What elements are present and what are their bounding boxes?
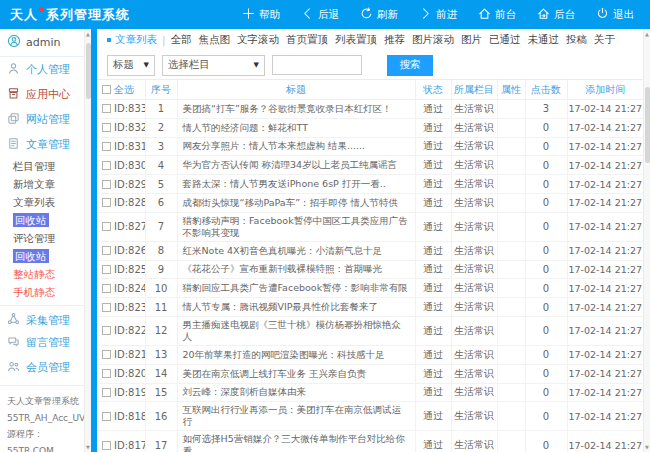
- row-checkbox[interactable]: [102, 265, 111, 274]
- main-scrollbar[interactable]: ▲ ▼: [643, 29, 650, 452]
- row-checkbox[interactable]: [102, 142, 111, 151]
- scroll-down-icon[interactable]: ▼: [644, 443, 650, 451]
- sidebar-item[interactable]: 整站静态: [0, 265, 84, 283]
- cell-title[interactable]: 刘云峰：深度剖析自媒体由来: [177, 383, 415, 402]
- table-row[interactable]: ID:81717如何选择H5营销媒介？三大微传单制作平台对比给你看通过生活常识0…: [97, 431, 643, 452]
- cell-title[interactable]: 20年前苹果打造的网吧渲染图曝光：科技感十足: [177, 345, 415, 364]
- table-row[interactable]: ID:8322情人节的经济问题：鲜花和TT通过生活常识017-02-14 21:…: [97, 118, 643, 137]
- sidebar-item[interactable]: 留言管理: [0, 330, 84, 355]
- topbar-button-5[interactable]: 前台: [478, 7, 516, 22]
- row-checkbox[interactable]: [102, 198, 111, 207]
- sidebar-item[interactable]: 回收站: [0, 211, 84, 229]
- scroll-up-icon[interactable]: ▲: [85, 30, 91, 38]
- sidebar-item[interactable]: 手机静态: [0, 283, 84, 301]
- topbar-button-7[interactable]: 退出: [596, 7, 634, 22]
- scroll-down-icon[interactable]: ▼: [85, 443, 91, 451]
- cell-title[interactable]: 美团搞“打车”服务？谷歌街景竟收录日本红灯区！: [177, 100, 415, 119]
- tab-article-list-current[interactable]: 文章列表: [115, 33, 157, 47]
- topbar-button-3[interactable]: 刷新: [360, 7, 398, 22]
- cell-title[interactable]: 情人节的经济问题：鲜花和TT: [177, 118, 415, 137]
- cell-title[interactable]: 红米Note 4X初音色真机曝光：小清新气息十足: [177, 241, 415, 260]
- cell-title[interactable]: 网友分享照片：情人节本来想虚构 结果......: [177, 137, 415, 156]
- tab-link[interactable]: 未通过: [528, 33, 560, 45]
- row-checkbox[interactable]: [102, 388, 111, 397]
- sidebar-scrollbar-thumb[interactable]: [86, 43, 91, 99]
- tab-link[interactable]: 图片滚动: [412, 33, 454, 45]
- table-row[interactable]: ID:82212男主播痴迷电视剧《三世十桃》模仿杨幂扮相惊艳众人通过生活常识01…: [97, 316, 643, 345]
- sidebar-item[interactable]: 回收站: [0, 247, 84, 265]
- cell-title[interactable]: 华为官方否认传闻 称清理34岁以上老员工纯属谣言: [177, 156, 415, 175]
- sidebar-item[interactable]: 应用中心: [0, 82, 84, 107]
- row-checkbox[interactable]: [102, 104, 111, 113]
- table-row[interactable]: ID:8313网友分享照片：情人节本来想虚构 结果......通过生活常识017…: [97, 137, 643, 156]
- topbar-button-1[interactable]: 帮助: [242, 7, 280, 22]
- row-checkbox[interactable]: [102, 326, 111, 335]
- main-scrollbar-thumb[interactable]: [645, 87, 650, 163]
- cell-title[interactable]: 猎豹回应工具类广告遭Facebook暂停：影响非常有限: [177, 279, 415, 298]
- table-row[interactable]: ID:82014美团在南京低调上线打车业务 王兴亲自负责通过生活常识017-02…: [97, 364, 643, 383]
- row-checkbox[interactable]: [102, 284, 111, 293]
- sidebar-item[interactable]: 文章列表: [0, 193, 84, 211]
- topbar-button-6[interactable]: 后台: [537, 7, 575, 22]
- table-row[interactable]: ID:8268红米Note 4X初音色真机曝光：小清新气息十足通过生活常识017…: [97, 241, 643, 260]
- row-checkbox[interactable]: [102, 412, 111, 421]
- topbar-button-2[interactable]: 后退: [301, 7, 339, 22]
- table-row[interactable]: ID:8295套路太深：情人节男友送iPhone 6sP 打开一看..通过生活常…: [97, 175, 643, 194]
- tab-link[interactable]: 全部: [171, 33, 192, 45]
- table-row[interactable]: ID:81816互联网出行行业再添一员：美团打车在南京低调试运行通过生活常识01…: [97, 402, 643, 431]
- cell-title[interactable]: 男主播痴迷电视剧《三世十桃》模仿杨幂扮相惊艳众人: [177, 316, 415, 345]
- table-row[interactable]: ID:8331美团搞“打车”服务？谷歌街景竟收录日本红灯区！通过生活常识317-…: [97, 100, 643, 119]
- row-checkbox[interactable]: [102, 123, 111, 132]
- tab-link[interactable]: 焦点图: [199, 33, 231, 45]
- table-row[interactable]: ID:8259《花花公子》宣布重新刊载裸模特照：首期曝光通过生活常识017-02…: [97, 260, 643, 279]
- topbar-button-4[interactable]: 前进: [419, 7, 457, 22]
- search-button[interactable]: 搜索: [387, 55, 433, 76]
- field-filter-select[interactable]: 标题 ▼: [107, 55, 155, 76]
- sidebar-item[interactable]: 会员管理: [0, 355, 84, 380]
- table-row[interactable]: ID:8277猎豹移动声明：Facebook暂停中国区工具类应用广告不影响其变现…: [97, 212, 643, 241]
- table-row[interactable]: ID:82410猎豹回应工具类广告遭Facebook暂停：影响非常有限通过生活常…: [97, 279, 643, 298]
- row-checkbox[interactable]: [102, 222, 111, 231]
- tab-link[interactable]: 图片: [461, 33, 482, 45]
- cell-title[interactable]: 《花花公子》宣布重新刊载裸模特照：首期曝光: [177, 260, 415, 279]
- sidebar-item[interactable]: 网站管理: [0, 107, 84, 132]
- cell-title[interactable]: 如何选择H5营销媒介？三大微传单制作平台对比给你看: [177, 431, 415, 452]
- row-checkbox[interactable]: [102, 161, 111, 170]
- row-checkbox[interactable]: [102, 369, 111, 378]
- cell-title[interactable]: 互联网出行行业再添一员：美团打车在南京低调试运行: [177, 402, 415, 431]
- user-info[interactable]: admin: [0, 29, 84, 57]
- tab-link[interactable]: 推荐: [384, 33, 405, 45]
- table-row[interactable]: ID:81915刘云峰：深度剖析自媒体由来通过生活常识017-02-14 21:…: [97, 383, 643, 402]
- tab-link[interactable]: 文字滚动: [237, 33, 279, 45]
- keyword-input[interactable]: [272, 55, 362, 75]
- row-checkbox[interactable]: [102, 441, 111, 450]
- row-checkbox[interactable]: [102, 246, 111, 255]
- sidebar-item[interactable]: 文章管理: [0, 132, 84, 157]
- tab-link[interactable]: 已通过: [489, 33, 521, 45]
- sidebar-item[interactable]: 采集管理: [0, 305, 84, 330]
- table-row[interactable]: ID:8304华为官方否认传闻 称清理34岁以上老员工纯属谣言通过生活常识017…: [97, 156, 643, 175]
- sidebar-item[interactable]: 栏目管理: [0, 157, 84, 175]
- sidebar-item[interactable]: 评论管理: [0, 229, 84, 247]
- cell-title[interactable]: 成都街头惊现“移动PaPa车”：招手即停 情人节特供: [177, 193, 415, 212]
- cell-title[interactable]: 猎豹移动声明：Facebook暂停中国区工具类应用广告不影响其变现: [177, 212, 415, 241]
- sidebar-item[interactable]: 个人管理: [0, 57, 84, 82]
- cell-title[interactable]: 美团在南京低调上线打车业务 王兴亲自负责: [177, 364, 415, 383]
- cell-title[interactable]: 情人节专属：腾讯视频VIP最具性价比套餐来了: [177, 298, 415, 317]
- cell-title[interactable]: 套路太深：情人节男友送iPhone 6sP 打开一看..: [177, 175, 415, 194]
- category-filter-select[interactable]: 选择栏目 ▼: [162, 55, 265, 76]
- sidebar-item[interactable]: 新增文章: [0, 175, 84, 193]
- table-row[interactable]: ID:8286成都街头惊现“移动PaPa车”：招手即停 情人节特供通过生活常识0…: [97, 193, 643, 212]
- tab-link[interactable]: 关于: [594, 33, 615, 45]
- row-checkbox[interactable]: [102, 180, 111, 189]
- tab-link[interactable]: 首页置顶: [286, 33, 328, 45]
- row-checkbox[interactable]: [102, 303, 111, 312]
- scroll-up-icon[interactable]: ▲: [644, 30, 650, 38]
- tab-link[interactable]: 列表置顶: [335, 33, 377, 45]
- select-all-checkbox[interactable]: [102, 85, 111, 94]
- row-checkbox[interactable]: [102, 350, 111, 359]
- table-row[interactable]: ID:82311情人节专属：腾讯视频VIP最具性价比套餐来了通过生活常识017-…: [97, 298, 643, 317]
- sidebar-scrollbar[interactable]: ▲ ▼: [84, 29, 91, 452]
- tab-link[interactable]: 投稿: [566, 33, 587, 45]
- table-row[interactable]: ID:8211320年前苹果打造的网吧渲染图曝光：科技感十足通过生活常识017-…: [97, 345, 643, 364]
